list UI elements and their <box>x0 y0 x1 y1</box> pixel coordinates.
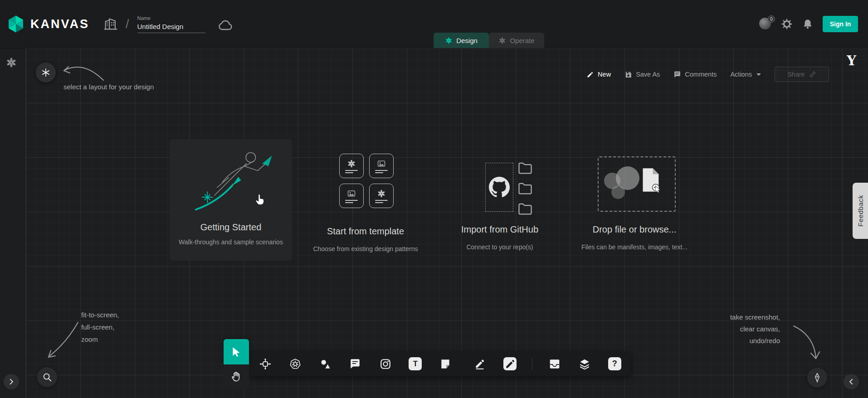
gear-icon <box>781 18 793 30</box>
text-lines <box>345 170 358 173</box>
screenshot-pen-button[interactable] <box>807 368 827 388</box>
help-tool-button[interactable]: ? <box>607 356 623 372</box>
new-design-button[interactable]: New <box>586 71 611 78</box>
share-button[interactable]: Share <box>775 67 829 82</box>
select-tool-button[interactable] <box>224 339 249 364</box>
text-lines <box>375 170 388 173</box>
settings-button[interactable] <box>781 18 793 30</box>
pen-icon <box>503 357 517 370</box>
canvas-toolbar: New Save As Comments Actions Share <box>586 67 829 82</box>
expand-left-panel-button[interactable] <box>4 374 19 389</box>
kanvas-logo[interactable]: KANVAS <box>6 15 89 34</box>
cursor-icon <box>230 346 242 358</box>
getting-started-card[interactable]: Getting Started Walk-throughs and sample… <box>170 140 292 260</box>
github-icon <box>489 177 510 198</box>
inbox-icon <box>549 358 561 370</box>
comment-tool-button[interactable] <box>347 356 363 372</box>
actions-dropdown[interactable]: Actions <box>730 71 761 78</box>
expand-right-panel-button[interactable] <box>844 374 859 389</box>
layout-selector-button[interactable] <box>36 63 56 83</box>
provider-menu-button[interactable]: 0 <box>759 18 772 30</box>
text-tool-button[interactable]: T <box>407 356 423 372</box>
drop-file-subtitle: Files can be manifests, images, text... <box>576 243 693 251</box>
github-title[interactable]: Import from GitHub <box>448 224 551 235</box>
hand-cursor-icon <box>253 192 267 206</box>
tab-operate[interactable]: Operate <box>489 33 544 48</box>
link-icon <box>809 71 816 78</box>
drop-file-zone[interactable] <box>598 156 676 212</box>
text-lines <box>345 200 358 203</box>
notifications-button[interactable] <box>802 18 814 30</box>
pen-tool-button[interactable] <box>502 356 518 372</box>
shapes-tool-button[interactable] <box>317 356 333 372</box>
tab-design-label: Design <box>456 37 478 44</box>
comments-button[interactable]: Comments <box>673 71 717 78</box>
zoom-hint-arrow-icon <box>42 320 82 362</box>
pencil-line-icon <box>474 358 486 370</box>
feedback-label: Feedback <box>857 195 864 227</box>
hierarchy-tool-button[interactable] <box>257 356 273 372</box>
template-subtitle: Choose from existing design patterns <box>297 245 434 252</box>
template-card[interactable] <box>339 154 394 208</box>
template-mini-card <box>369 154 394 178</box>
tools-toolbar: T ? <box>249 351 631 376</box>
template-title[interactable]: Start from template <box>313 226 418 237</box>
new-label: New <box>598 71 611 78</box>
annotate-tool-button[interactable] <box>472 356 488 372</box>
save-as-button[interactable]: Save As <box>624 71 660 78</box>
tab-operate-label: Operate <box>510 37 534 44</box>
comments-label: Comments <box>685 71 717 78</box>
media-tool-button[interactable] <box>377 356 393 372</box>
arrow-cursor-icon <box>654 185 663 194</box>
import-tool-button[interactable] <box>546 356 562 372</box>
question-icon: ? <box>608 357 621 370</box>
toolbar-divider <box>532 358 532 370</box>
feedback-button[interactable]: Feedback <box>853 183 868 239</box>
text-lines <box>375 200 388 203</box>
kubernetes-tool-button[interactable] <box>287 356 303 372</box>
zoom-hint-text: fit-to-screen, full-screen, zoom <box>81 309 119 345</box>
cloud-icon <box>217 17 234 34</box>
template-mini-card <box>339 184 364 208</box>
layers-tool-button[interactable] <box>576 356 592 372</box>
actions-label: Actions <box>730 71 752 78</box>
aperture-icon <box>377 189 386 198</box>
getting-started-subtitle: Walk-throughs and sample scenarios <box>170 238 292 246</box>
tab-design[interactable]: Design <box>434 33 489 48</box>
github-repo-folders <box>517 160 533 217</box>
mode-tabs: Design Operate <box>434 33 544 48</box>
sign-in-button[interactable]: Sign In <box>823 16 858 32</box>
building-icon <box>103 16 118 32</box>
kubernetes-icon <box>289 358 301 370</box>
layout-hint-arrow-icon <box>60 61 105 82</box>
canvas-actions-hint-arrow-icon <box>790 323 823 362</box>
design-mode-icon <box>445 37 453 44</box>
hierarchy-icon <box>259 358 271 370</box>
folder-icon <box>517 180 533 197</box>
template-mini-card <box>369 184 394 208</box>
shapes-icon <box>319 358 331 370</box>
save-icon <box>624 71 632 78</box>
note-tool-button[interactable] <box>438 356 454 372</box>
chevron-right-icon <box>7 378 15 386</box>
operate-mode-icon <box>498 37 506 44</box>
magnifier-icon <box>42 372 52 382</box>
layout-asterisk-icon <box>41 68 51 78</box>
zoom-button[interactable] <box>37 367 57 387</box>
design-name-input[interactable] <box>137 22 205 33</box>
folder-icon <box>517 160 533 176</box>
header-actions: 0 Sign In <box>759 16 858 32</box>
design-name-field: Name <box>137 15 205 33</box>
folder-icon <box>517 201 533 217</box>
cloud-sync-button[interactable] <box>217 17 234 31</box>
share-label: Share <box>787 71 805 78</box>
comment-icon <box>349 358 361 370</box>
brand-mark: Y <box>847 53 856 68</box>
github-import-card[interactable] <box>485 163 513 212</box>
selection-tool-group <box>224 339 249 389</box>
drop-file-title[interactable]: Drop file or browse... <box>584 224 685 235</box>
pan-tool-button[interactable] <box>224 364 249 389</box>
organization-icon-button[interactable] <box>103 16 118 32</box>
blob-circle <box>611 185 625 199</box>
chevron-down-icon <box>756 73 761 78</box>
